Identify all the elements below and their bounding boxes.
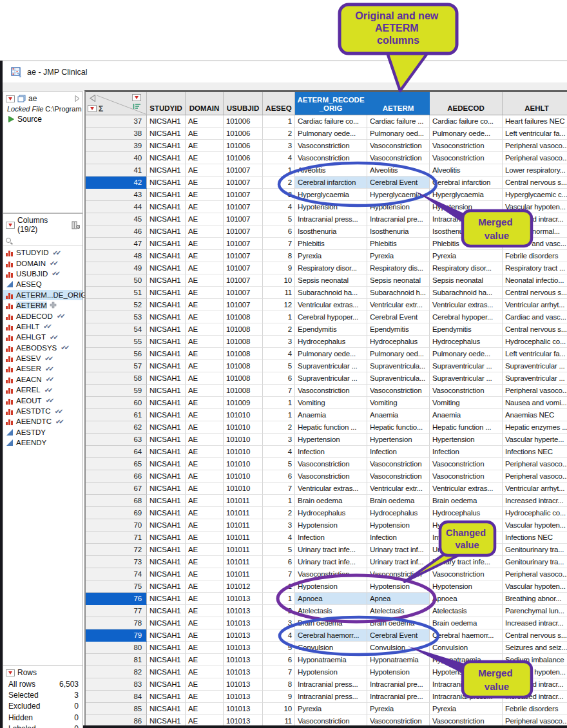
table-cell[interactable]: NICSAH1 <box>147 703 186 715</box>
table-cell[interactable]: Vasoconstriction <box>295 385 367 397</box>
table-cell[interactable]: Parenchymal lun... <box>503 605 567 617</box>
table-cell[interactable]: Infection <box>430 532 503 544</box>
row-number-cell[interactable]: 57 <box>86 360 147 372</box>
table-cell[interactable]: Vasoconstriction <box>367 140 430 152</box>
table-cell[interactable]: NICSAH1 <box>147 495 186 507</box>
table-cell[interactable]: Hydrocephalus <box>295 507 367 519</box>
sort-order-icon[interactable] <box>133 103 141 110</box>
table-cell[interactable]: AE <box>186 225 224 238</box>
table-cell[interactable]: Atelectasis <box>367 605 430 617</box>
table-cell[interactable]: Ventricular extr... <box>367 483 430 495</box>
rows-stat-hidden[interactable]: Hidden0 <box>3 712 82 723</box>
table-cell[interactable]: Peripheral vasoco... <box>503 152 567 164</box>
table-cell[interactable]: 101013 <box>224 703 263 715</box>
table-cell[interactable]: Ventricular extr... <box>367 299 430 311</box>
table-cell[interactable]: 101008 <box>224 348 263 360</box>
table-cell[interactable]: 101013 <box>224 678 263 691</box>
table-cell[interactable]: AE <box>186 201 224 213</box>
table-cell[interactable]: Cardiac failure co... <box>295 115 367 128</box>
column-item-aerel[interactable]: AEREL✔✔ <box>3 385 82 395</box>
row-number-cell[interactable]: 63 <box>86 434 147 446</box>
table-cell[interactable]: Vomiting <box>367 397 430 409</box>
table-cell[interactable]: Hypotension <box>430 201 503 213</box>
table-cell[interactable]: Hydrocephalus <box>367 336 430 348</box>
table-cell[interactable]: Pulmonary oede... <box>295 348 367 360</box>
table-cell[interactable]: Increased intracr... <box>503 691 567 703</box>
table-cell[interactable]: Supraventricular ... <box>430 360 503 372</box>
row-number-cell[interactable]: 75 <box>86 580 147 593</box>
table-cell[interactable]: AE <box>186 483 224 495</box>
table-cell[interactable]: Central nervous s... <box>503 629 567 642</box>
table-cell[interactable]: NICSAH1 <box>147 691 186 703</box>
table-cell[interactable]: Cerebral hypoper... <box>430 311 503 323</box>
table-cell[interactable]: 1 <box>263 311 295 323</box>
table-cell[interactable]: Cerebral infarction <box>430 177 503 189</box>
table-cell[interactable]: Cerebral Event <box>367 311 430 323</box>
table-cell[interactable]: NICSAH1 <box>147 617 186 629</box>
table-cell[interactable]: Hyperglycaemia <box>367 189 430 201</box>
column-header-aeseq[interactable]: AESEQ <box>263 92 295 115</box>
table-cell[interactable]: Peripheral vasoco... <box>503 470 567 483</box>
table-cell[interactable]: 3 <box>263 140 295 152</box>
row-number-cell[interactable]: 59 <box>86 385 147 397</box>
table-cell[interactable]: 1 <box>263 397 295 409</box>
table-cell[interactable]: Central nervous s... <box>503 177 567 189</box>
row-number-cell[interactable]: 41 <box>86 164 147 177</box>
table-cell[interactable]: 1 <box>263 164 295 177</box>
table-cell[interactable]: Vasoconstriction <box>430 458 503 470</box>
table-cell[interactable]: Ependymitis <box>367 323 430 336</box>
table-cell[interactable]: 5 <box>263 360 295 372</box>
table-cell[interactable]: Cerebral Event <box>367 177 430 189</box>
table-cell[interactable]: Pulmonary oede... <box>430 348 503 360</box>
table-cell[interactable]: AE <box>186 323 224 336</box>
table-cell[interactable]: AE <box>186 495 224 507</box>
table-cell[interactable]: Hydrocephalus <box>367 507 430 519</box>
table-cell[interactable]: Genitourinary tra... <box>503 556 567 568</box>
table-cell[interactable]: Infection <box>295 532 367 544</box>
table-cell[interactable]: NICSAH1 <box>147 580 186 593</box>
table-cell[interactable]: Intracranial press... <box>295 213 367 225</box>
table-cell[interactable]: Increased intracr... <box>503 617 567 629</box>
table-cell[interactable]: NICSAH1 <box>147 140 186 152</box>
table-cell[interactable]: Atelectasis <box>295 605 367 617</box>
table-cell[interactable]: 3 <box>263 519 295 532</box>
row-number-cell[interactable]: 46 <box>86 225 147 238</box>
table-cell[interactable]: Hypotension <box>367 519 430 532</box>
table-cell[interactable]: 1 <box>263 580 295 593</box>
table-cell[interactable]: Apnoea <box>295 593 367 605</box>
table-cell[interactable]: Hypotension <box>430 580 503 593</box>
table-cell[interactable]: Seizures and seiz... <box>503 642 567 654</box>
table-cell[interactable]: 8 <box>263 678 295 691</box>
table-cell[interactable]: Vascular hypoten... <box>503 580 567 593</box>
table-cell[interactable]: 10 <box>263 703 295 715</box>
row-number-cell[interactable]: 79 <box>86 629 147 642</box>
table-cell[interactable]: 9 <box>263 691 295 703</box>
table-cell[interactable]: Alveolitis <box>430 164 503 177</box>
table-cell[interactable]: 2 <box>263 605 295 617</box>
column-item-studyid[interactable]: STUDYID✔✔ <box>3 247 82 258</box>
table-cell[interactable]: AE <box>186 532 224 544</box>
columns-menu-button[interactable] <box>6 222 15 229</box>
column-header-domain[interactable]: DOMAIN <box>186 92 224 115</box>
table-cell[interactable]: NICSAH1 <box>147 213 186 225</box>
column-header-aedecod[interactable]: AEDECOD <box>430 92 503 115</box>
row-number-cell[interactable]: 42 <box>86 177 147 189</box>
table-cell[interactable]: 101007 <box>224 177 263 189</box>
table-cell[interactable]: Hepatic function ... <box>295 421 367 434</box>
table-cell[interactable]: Vasoconstriction <box>295 458 367 470</box>
row-number-cell[interactable]: 64 <box>86 446 147 458</box>
table-cell[interactable]: 101007 <box>224 201 263 213</box>
table-cell[interactable]: Lower respiratory... <box>503 164 567 177</box>
table-cell[interactable]: Respiratory tract ... <box>503 262 567 274</box>
table-cell[interactable]: 2 <box>263 323 295 336</box>
table-cell[interactable]: Brain oedema <box>430 495 503 507</box>
column-item-aestdtc[interactable]: AESTDTC✔✔ <box>3 406 82 416</box>
table-cell[interactable]: Respiratory dis... <box>367 262 430 274</box>
table-cell[interactable]: Alveolitis <box>367 164 430 177</box>
table-cell[interactable]: Intracranial pre... <box>367 213 430 225</box>
table-cell[interactable]: NICSAH1 <box>147 287 186 299</box>
row-number-cell[interactable]: 45 <box>86 213 147 225</box>
row-number-cell[interactable]: 73 <box>86 556 147 568</box>
table-cell[interactable]: Convulsion <box>367 642 430 654</box>
table-cell[interactable]: NICSAH1 <box>147 544 186 556</box>
